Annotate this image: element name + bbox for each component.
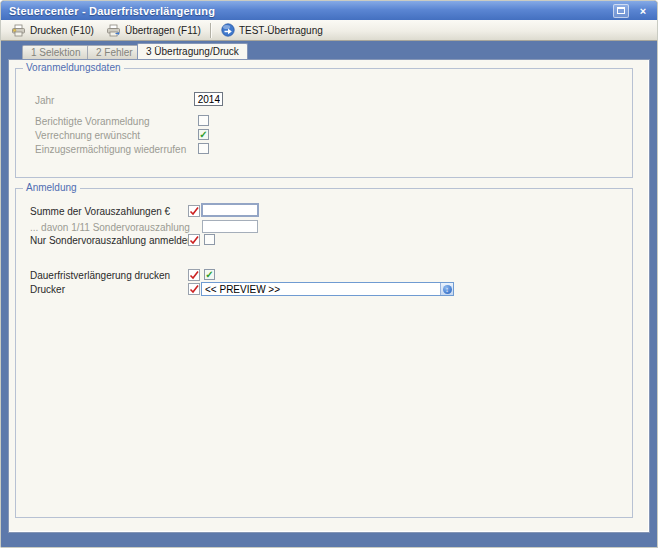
- einzugsermaechtigung-checkbox[interactable]: [198, 143, 209, 154]
- nur-sondervorauszahlung-label: Nur Sondervorauszahlung anmelden: [30, 235, 193, 246]
- printer-icon: [11, 24, 26, 37]
- window-controls: ×: [613, 3, 651, 18]
- verrechnung-erwuenscht-checkbox[interactable]: ✓: [198, 129, 209, 140]
- dauerfrist-drucken-checkbox[interactable]: ✓: [204, 269, 215, 280]
- tab-fehler-label: 2 Fehler: [96, 47, 133, 58]
- tab-uebertragung-druck-label: 3 Übertragung/Druck: [146, 46, 239, 57]
- close-window-button[interactable]: ×: [635, 4, 651, 18]
- restore-icon: [617, 7, 625, 14]
- window-body: 1 Selektion 2 Fehler 3 Übertragung/Druck…: [1, 42, 657, 547]
- verrechnung-erwuenscht-label: Verrechnung erwünscht: [35, 130, 140, 141]
- toolbar: Drucken (F10) Übertragen (F11) TEST-Über…: [1, 20, 657, 41]
- print-button[interactable]: Drucken (F10): [5, 22, 100, 39]
- check-icon: ✓: [205, 270, 213, 280]
- tab-content-panel: Voranmeldungsdaten Jahr Berichtigte Vora…: [8, 59, 650, 533]
- restore-window-button[interactable]: [613, 4, 629, 18]
- updown-arrow-icon: ↕: [443, 285, 452, 294]
- nur-sondervorauszahlung-checkbox[interactable]: [204, 234, 215, 245]
- anmeldung-group-title: Anmeldung: [23, 182, 80, 193]
- jahr-input[interactable]: [194, 92, 223, 106]
- transfer-button[interactable]: Übertragen (F11): [100, 22, 207, 39]
- tab-selektion[interactable]: 1 Selektion: [22, 45, 89, 59]
- dauerfrist-drucken-label: Dauerfristverlängerung drucken: [30, 270, 170, 281]
- jahr-label: Jahr: [35, 95, 54, 106]
- test-transfer-button-label: TEST-Übertragung: [239, 25, 323, 36]
- drucker-modified-flag-icon[interactable]: [188, 283, 200, 295]
- summe-vorauszahlungen-input[interactable]: [201, 203, 259, 217]
- voranmeldungsdaten-group-title: Voranmeldungsdaten: [23, 62, 124, 73]
- steuercenter-window: Steuercenter - Dauerfristverlängerung × …: [0, 0, 658, 548]
- einzugsermaechtigung-label: Einzugsermächtigung wiederrufen: [35, 144, 186, 155]
- summe-vorauszahlungen-label: Summe der Vorauszahlungen €: [30, 206, 170, 217]
- check-icon: ✓: [199, 130, 207, 140]
- test-transfer-icon: [221, 23, 235, 37]
- transfer-printer-icon: [106, 24, 121, 37]
- print-button-label: Drucken (F10): [30, 25, 94, 36]
- berichtigte-voranmeldung-checkbox[interactable]: [198, 115, 209, 126]
- anmeldung-group: Anmeldung Summe der Vorauszahlungen € ..…: [15, 188, 633, 518]
- druck-modified-flag-icon[interactable]: [188, 269, 200, 281]
- transfer-button-label: Übertragen (F11): [125, 25, 201, 36]
- test-transfer-button[interactable]: TEST-Übertragung: [215, 21, 329, 39]
- drucker-label: Drucker: [30, 284, 65, 295]
- summe-modified-flag-icon[interactable]: [188, 205, 200, 217]
- window-title: Steuercenter - Dauerfristverlängerung: [9, 5, 215, 17]
- drucker-dropdown-button[interactable]: ↕: [440, 283, 453, 295]
- davon-sondervorauszahlung-label: ... davon 1/11 Sondervorauszahlung: [30, 222, 190, 233]
- title-bar: Steuercenter - Dauerfristverlängerung ×: [1, 1, 657, 20]
- toolbar-separator: [210, 23, 212, 38]
- tab-fehler[interactable]: 2 Fehler: [87, 45, 142, 59]
- drucker-selected-value: << PREVIEW >>: [202, 284, 440, 295]
- voranmeldungsdaten-group: Voranmeldungsdaten Jahr Berichtigte Vora…: [15, 68, 633, 178]
- drucker-select[interactable]: << PREVIEW >> ↕: [201, 282, 454, 296]
- tab-uebertragung-druck[interactable]: 3 Übertragung/Druck: [137, 43, 248, 59]
- tab-selektion-label: 1 Selektion: [31, 47, 80, 58]
- davon-sondervorauszahlung-input[interactable]: [202, 220, 258, 233]
- close-icon: ×: [640, 5, 646, 17]
- berichtigte-voranmeldung-label: Berichtigte Voranmeldung: [35, 116, 150, 127]
- nur-sonder-modified-flag-icon[interactable]: [188, 234, 200, 246]
